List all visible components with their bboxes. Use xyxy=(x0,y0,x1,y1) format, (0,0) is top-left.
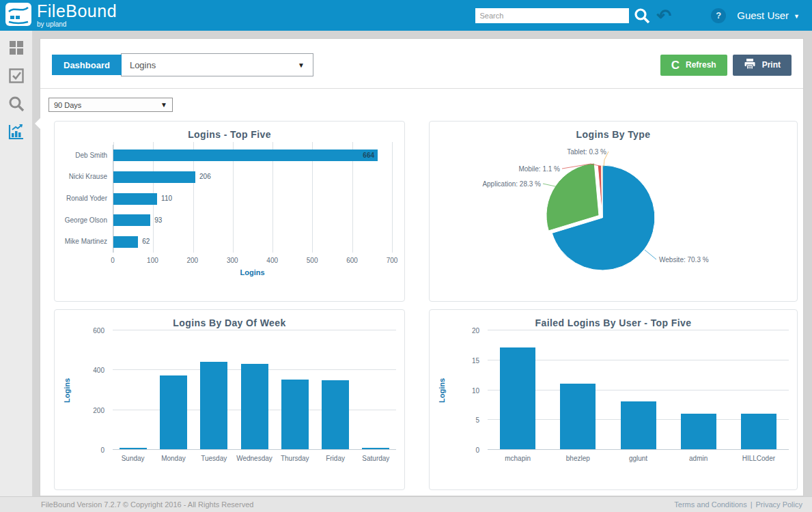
bar[interactable] xyxy=(160,375,187,449)
search-icon xyxy=(8,95,25,115)
refresh-icon: C xyxy=(671,59,680,71)
dashboard-select-value: Logins xyxy=(130,60,156,70)
plot-area xyxy=(488,330,789,450)
category-label: Deb Smith xyxy=(55,152,107,159)
category-label: Thursday xyxy=(281,455,309,462)
grid-icon xyxy=(8,40,25,59)
bar[interactable] xyxy=(621,401,656,449)
sidebar-item-apps[interactable] xyxy=(7,40,26,59)
refresh-button[interactable]: C Refresh xyxy=(660,55,727,76)
x-axis-title: Logins xyxy=(113,268,392,276)
footer: FileBound Version 7.2.7 © Copyright 2016… xyxy=(0,496,812,512)
category-label: Mike Martinez xyxy=(55,238,107,245)
pie-slice-label: Mobile: 1.1 % xyxy=(518,165,560,173)
category-label: Tuesday xyxy=(201,455,227,462)
category-label: gglunt xyxy=(629,455,647,462)
tick-label: 600 xyxy=(93,327,104,335)
bar[interactable] xyxy=(120,448,147,449)
category-label: bhezlep xyxy=(566,455,590,462)
category-label: Ronald Yoder xyxy=(55,195,107,202)
tick-label: 400 xyxy=(266,257,278,264)
caret-down-icon: ▼ xyxy=(160,101,167,109)
bar[interactable] xyxy=(200,362,227,449)
bar[interactable] xyxy=(362,448,389,449)
chart-body: 05101520mchapinbhezlepggluntadminHILLCod… xyxy=(430,310,797,489)
search-input[interactable] xyxy=(475,8,629,23)
app-tagline: by upland xyxy=(37,21,117,28)
sidebar-item-search[interactable] xyxy=(7,96,26,115)
privacy-link[interactable]: Privacy Policy xyxy=(756,500,802,509)
bar[interactable] xyxy=(113,214,150,226)
category-label: mchapin xyxy=(505,455,531,462)
print-button[interactable]: Print xyxy=(733,55,792,76)
footer-copyright: FileBound Version 7.2.7 © Copyright 2016… xyxy=(41,500,253,509)
user-name: Guest User xyxy=(737,10,789,21)
category-label: Friday xyxy=(326,455,345,462)
bar[interactable] xyxy=(500,347,535,449)
value-label: 110 xyxy=(161,195,172,202)
category-label: George Olson xyxy=(55,216,107,224)
category-label: Saturday xyxy=(362,455,389,462)
user-menu[interactable]: Guest User ▼ xyxy=(737,10,800,21)
y-axis-title: Logins xyxy=(61,330,72,450)
bar[interactable] xyxy=(113,193,157,205)
x-axis: 0100200300400500600700 xyxy=(113,257,392,266)
value-label: 206 xyxy=(199,173,211,180)
chart-panel-logins-by-type: Logins By Type Website: 70.3 %Applicatio… xyxy=(429,121,798,302)
tick-label: 0 xyxy=(100,446,104,454)
tick-label: 0 xyxy=(475,446,479,454)
tick-label: 700 xyxy=(387,257,398,264)
category-label: Sunday xyxy=(122,455,145,462)
pie-leader-line xyxy=(543,184,555,186)
bar[interactable] xyxy=(322,380,349,449)
active-item-notch xyxy=(35,118,40,129)
bar[interactable] xyxy=(681,414,716,450)
pie-slice-label: Tablet: 0.3 % xyxy=(567,148,606,156)
category-label: admin xyxy=(689,455,708,462)
bar[interactable] xyxy=(241,364,268,449)
dashboard-tab[interactable]: Dashboard xyxy=(52,55,122,75)
terms-link[interactable]: Terms and Conditions xyxy=(674,500,746,509)
gridline xyxy=(488,330,789,330)
tick-label: 100 xyxy=(147,257,158,264)
help-icon[interactable]: ? xyxy=(711,8,726,23)
bar[interactable] xyxy=(113,171,195,183)
gridline xyxy=(113,449,396,450)
y-axis-title: Logins xyxy=(436,330,447,450)
bar[interactable] xyxy=(741,414,776,450)
bar[interactable] xyxy=(281,380,309,449)
sidebar-item-reports-active[interactable] xyxy=(7,124,26,143)
bar[interactable]: 664 xyxy=(113,150,378,161)
pie-chart: Website: 70.3 %Application: 28.3 %Mobile… xyxy=(430,122,798,302)
sidebar-item-tasks[interactable] xyxy=(7,68,26,87)
bar[interactable] xyxy=(113,236,138,248)
app-title: FileBound xyxy=(37,3,117,20)
date-range-select[interactable]: 90 Days ▼ xyxy=(48,98,173,112)
tick-label: 500 xyxy=(307,257,318,264)
tick-label: 400 xyxy=(93,367,104,374)
pie-slice-application[interactable] xyxy=(546,163,599,231)
search-icon[interactable] xyxy=(633,7,651,25)
chart-body: 0200400600SundayMondayTuesdayWednesdayTh… xyxy=(55,310,404,489)
topbar: FileBound by upland ↶ ? Guest User ▼ xyxy=(0,0,812,31)
gridline xyxy=(488,449,789,450)
printer-icon xyxy=(744,58,756,72)
print-button-label: Print xyxy=(762,60,781,70)
undo-icon[interactable]: ↶ xyxy=(656,8,671,23)
app-logo[interactable]: FileBound by upland xyxy=(0,3,117,29)
gridline xyxy=(113,330,396,330)
tick-label: 20 xyxy=(472,327,479,335)
category-label: Wednesday xyxy=(236,455,272,462)
bar[interactable] xyxy=(560,384,596,449)
tick-label: 600 xyxy=(346,257,358,264)
date-range-value: 90 Days xyxy=(54,101,81,109)
chart-body: Website: 70.3 %Application: 28.3 %Mobile… xyxy=(430,122,797,301)
value-label: 664 xyxy=(363,152,374,159)
pie-slice-label: Website: 70.3 % xyxy=(659,256,709,264)
tick-label: 300 xyxy=(227,257,238,264)
tick-label: 15 xyxy=(472,356,479,364)
charts-grid: Logins - Top Five 6642061109362Deb Smith… xyxy=(40,112,803,490)
caret-down-icon: ▼ xyxy=(298,61,305,69)
dashboard-select[interactable]: Logins ▼ xyxy=(121,53,313,76)
plot-area xyxy=(113,330,396,450)
